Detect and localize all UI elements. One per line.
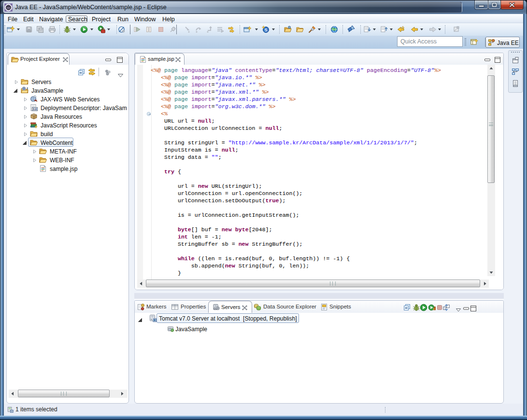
svg-text:J: J [27,86,28,90]
svg-text:S: S [264,27,267,32]
svg-text:3.0: 3.0 [33,108,37,111]
